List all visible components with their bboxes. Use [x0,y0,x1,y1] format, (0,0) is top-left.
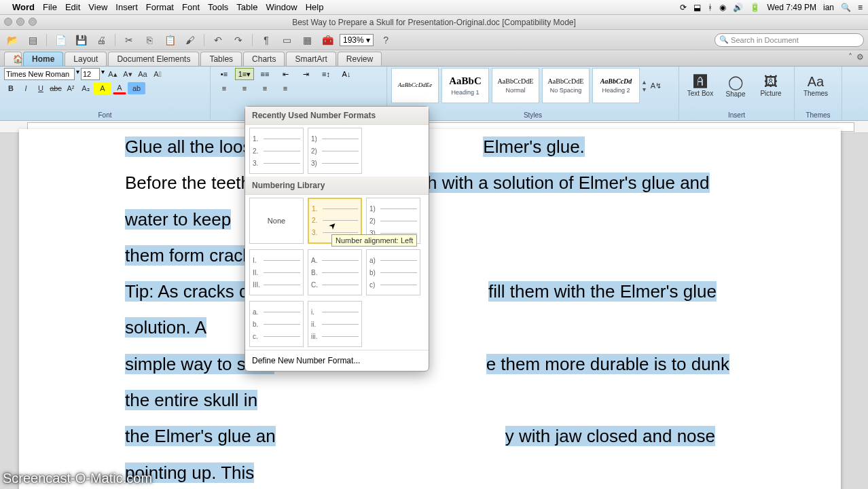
sort-button[interactable]: A↓ [337,68,356,80]
bold-button[interactable]: B [4,82,18,94]
app-name[interactable]: Word [12,2,35,12]
change-case-button[interactable]: Aa [136,68,149,80]
menu-table[interactable]: Table [236,2,257,12]
font-name-select[interactable]: Times New Roman [4,68,75,80]
clock[interactable]: Wed 7:49 PM [767,3,816,12]
italic-button[interactable]: I [19,82,33,94]
strike-button[interactable]: abc [49,82,62,94]
styles-scroll-up[interactable]: ▴ [643,78,646,86]
style-normal[interactable]: AaBbCcDdENormal [492,68,539,103]
grow-font-button[interactable]: A▴ [106,68,120,80]
recent-format-2[interactable]: 1) 2) 3) [308,128,362,174]
justify-button[interactable]: ≡ [276,82,295,94]
library-format-alpha-lower-dot[interactable]: a. b. c. [249,301,304,347]
library-format-roman-lower[interactable]: i. ii. iii. [308,301,362,347]
format-painter-button[interactable]: 🖌 [182,33,198,48]
menu-view[interactable]: View [88,2,107,12]
decrease-indent-button[interactable]: ⇤ [276,68,295,80]
menu-edit[interactable]: Edit [65,2,80,12]
window-titlebar: Best Way to Prepare a Skull for Presenta… [0,15,868,30]
gallery-button[interactable]: ▦ [299,33,315,48]
underline-button[interactable]: U [34,82,48,94]
align-left-button[interactable]: ≡ [215,82,234,94]
style-heading2[interactable]: AaBbCcDdHeading 2 [592,68,640,103]
highlight-color-button[interactable]: ab [128,82,145,94]
document-text[interactable]: Glue all the loose txxxxxxxxxxxxxxxxxxxx… [125,129,736,489]
menu-insert[interactable]: Insert [115,2,138,12]
print-button[interactable]: 🖨 [93,33,109,48]
tab-home-icon[interactable]: 🏠 [4,52,22,66]
bullets-button[interactable]: •≡ [215,68,234,80]
align-center-button[interactable]: ≡ [235,82,254,94]
wifi-icon[interactable]: ◉ [719,3,726,12]
spotlight-icon[interactable]: 🔍 [841,3,851,12]
tab-tables[interactable]: Tables [200,52,242,66]
increase-indent-button[interactable]: ⇥ [296,68,315,80]
new-template-button[interactable]: ▤ [24,33,41,48]
zoom-select[interactable]: 193% ▾ [340,34,374,46]
shape-button[interactable]: ◯Shape [719,68,753,103]
menu-tools[interactable]: Tools [208,2,228,12]
numbering-button[interactable]: 1≡▾ [235,68,254,80]
collapse-ribbon-icon[interactable]: ˄ [848,52,852,62]
copy-button[interactable]: ⎘ [141,33,158,48]
superscript-button[interactable]: A² [64,82,77,94]
menu-format[interactable]: Format [146,2,174,12]
menu-window[interactable]: Window [266,2,297,12]
font-size-select[interactable]: 12 [81,68,100,80]
redo-button[interactable]: ↷ [230,33,247,48]
style-nospacing[interactable]: AaBbCcDdENo Spacing [542,68,590,103]
textbox-button[interactable]: 🅰Text Box [683,68,717,103]
sidebar-button[interactable]: ▭ [278,33,295,48]
menu-font[interactable]: Font [182,2,200,12]
styles-scroll-down[interactable]: ▾ [643,86,646,93]
themes-button[interactable]: AaThemes [799,68,833,103]
library-format-alpha-upper[interactable]: A. B. C. [308,249,362,295]
bluetooth-icon[interactable]: ᚼ [708,3,712,12]
align-right-button[interactable]: ≡ [255,82,274,94]
library-none[interactable]: None [249,198,304,244]
highlight-button[interactable]: A [94,82,111,94]
tab-review[interactable]: Review [338,52,382,66]
show-marks-button[interactable]: ¶ [258,33,274,48]
cut-button[interactable]: ✂ [121,33,137,48]
recent-format-1[interactable]: 1. 2. 3. [249,128,304,174]
subscript-button[interactable]: A₂ [79,82,92,94]
notifications-icon[interactable]: ≡ [858,3,863,12]
tab-document-elements[interactable]: Document Elements [108,52,199,66]
font-color-button[interactable]: A [113,82,126,94]
tab-home[interactable]: Home [23,52,63,66]
library-format-alpha-lower-paren[interactable]: a) b) c) [366,249,420,295]
define-number-format[interactable]: Define New Number Format... [245,350,429,371]
user-name[interactable]: ian [823,3,834,12]
line-spacing-button[interactable]: ≡↕ [317,68,336,80]
open-button[interactable]: 📂 [4,33,20,48]
ribbon-settings-icon[interactable]: ⚙ [856,52,864,62]
tab-charts[interactable]: Charts [243,52,285,66]
multilevel-button[interactable]: ≡≡ [255,68,274,80]
paste-button[interactable]: 📋 [162,33,178,48]
volume-icon[interactable]: 🔊 [733,3,743,12]
library-format-roman-upper[interactable]: I. II. III. [249,249,304,295]
menu-file[interactable]: File [43,2,57,12]
traffic-lights[interactable] [4,18,37,26]
picture-button[interactable]: 🖼Picture [754,68,788,103]
search-input[interactable]: 🔍 Search in Document [715,33,864,47]
new-button[interactable]: 📄 [52,33,69,48]
style-strong[interactable]: AaBbCcDdEe [391,68,439,103]
menu-help[interactable]: Help [306,2,324,12]
page[interactable]: Glue all the loose txxxxxxxxxxxxxxxxxxxx… [19,129,841,489]
undo-button[interactable]: ↶ [210,33,226,48]
tab-layout[interactable]: Layout [65,52,107,66]
styles-pane-button[interactable]: A↯ [647,68,665,103]
save-button[interactable]: 💾 [73,33,89,48]
sync-icon[interactable]: ⟳ [680,3,687,12]
clear-format-button[interactable]: A⃠ [151,68,164,80]
help-button[interactable]: ? [378,33,394,48]
toolbox-button[interactable]: 🧰 [319,33,336,48]
battery-icon[interactable]: 🔋 [750,3,760,12]
dropbox-icon[interactable]: ⬓ [693,3,701,12]
style-heading1[interactable]: AaBbCHeading 1 [441,68,489,103]
shrink-font-button[interactable]: A▾ [121,68,134,80]
tab-smartart[interactable]: SmartArt [286,52,336,66]
